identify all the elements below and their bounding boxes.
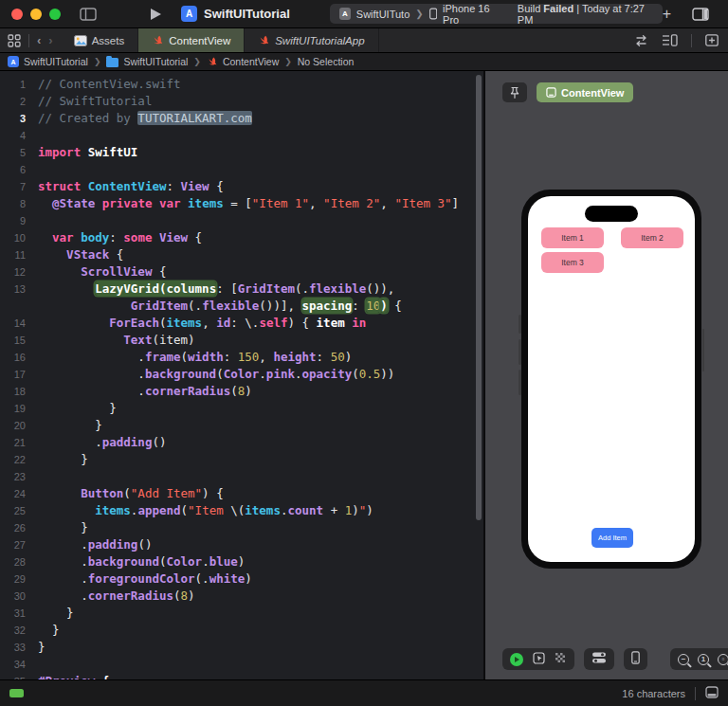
editor-layout-icon[interactable] — [705, 686, 719, 700]
preview-screen[interactable]: Item 1 Item 2 Item 3 Add Item — [528, 196, 695, 562]
preview-item-button[interactable]: Item 1 — [541, 227, 604, 248]
code-line[interactable]: 15 Text(item) — [0, 332, 483, 349]
code-line[interactable]: 10 var body: some View { — [0, 229, 483, 246]
code-line[interactable]: 11 VStack { — [0, 246, 483, 263]
line-number: 13 — [0, 281, 38, 298]
tab-overview-icon[interactable] — [8, 34, 21, 47]
selectable-preview-button[interactable] — [533, 651, 545, 668]
scheme-app-icon: A — [339, 8, 351, 20]
code-line[interactable]: 32 } — [0, 622, 483, 639]
code-line[interactable]: 4 — [0, 127, 483, 144]
back-button[interactable]: ‹ — [37, 33, 41, 47]
code-line[interactable]: 20 } — [0, 417, 483, 434]
code-line[interactable]: 6 — [0, 161, 483, 178]
code-line[interactable]: 31 } — [0, 605, 483, 622]
line-number: 17 — [0, 366, 38, 383]
code-line[interactable]: 33} — [0, 639, 483, 656]
breadcrumb-group[interactable]: SwiftUITutorial — [106, 56, 188, 67]
tab-assets[interactable]: Assets — [61, 28, 139, 52]
breadcrumb-project[interactable]: A SwiftUITutorial — [8, 56, 88, 67]
line-number: 15 — [0, 332, 38, 349]
zoom-100-button[interactable]: 1 — [698, 654, 709, 665]
code-line[interactable]: GridItem(.flexible())], spacing: 10) { — [0, 298, 483, 315]
chevron-right-icon: ❯ — [415, 9, 423, 19]
build-status[interactable]: Build Failed | Today at 7:27 PM — [518, 3, 653, 26]
code-line[interactable]: 2// SwiftTutorial — [0, 93, 483, 110]
line-number: 23 — [0, 468, 38, 485]
device-settings-button[interactable] — [592, 651, 607, 668]
editor-scrollbar[interactable] — [476, 75, 482, 520]
forward-button[interactable]: › — [48, 33, 52, 47]
tab-contentview[interactable]: ContentView — [138, 28, 245, 52]
preview-item-button[interactable]: Item 2 — [621, 227, 683, 248]
code-line[interactable]: 14 ForEach(items, id: \.self) { item in — [0, 315, 483, 332]
tab-swiftuitutorialapp[interactable]: SwiftUITutorialApp — [245, 28, 378, 52]
line-number: 12 — [0, 263, 38, 281]
code-line[interactable]: 35#Preview { — [0, 673, 483, 679]
code-line[interactable]: 16 .frame(width: 150, height: 50) — [0, 349, 483, 366]
code-line[interactable]: 29 .foregroundColor(.white) — [0, 570, 483, 588]
preview-item-button[interactable]: Item 3 — [541, 252, 604, 273]
line-number: 22 — [0, 451, 38, 468]
preview-name-pill[interactable]: ContentView — [537, 82, 633, 102]
close-window-button[interactable] — [11, 9, 23, 20]
code-editor[interactable]: 1// ContentView.swift2// SwiftTutorial3/… — [0, 71, 485, 679]
code-line[interactable]: 7struct ContentView: View { — [0, 178, 483, 195]
code-line[interactable]: 24 Button("Add Item") { — [0, 485, 483, 502]
add-editor-icon[interactable] — [705, 34, 719, 46]
new-tab-button[interactable]: + — [663, 7, 671, 22]
code-line[interactable]: 25 items.append("Item \(items.count + 1)… — [0, 502, 483, 519]
line-number: 2 — [0, 93, 38, 110]
code-line[interactable]: 18 .cornerRadius(8) — [0, 383, 483, 400]
toggle-inspector-icon[interactable] — [692, 8, 709, 21]
code-line[interactable]: 3// Created by TUTORIALKART.com — [0, 110, 483, 127]
preview-canvas: ContentView Item 1 Item 2 Item 3 Add Ite… — [485, 71, 728, 679]
code-line[interactable]: 19 } — [0, 400, 483, 417]
breadcrumb-selection[interactable]: No Selection — [298, 56, 355, 67]
zoom-fit-button[interactable]: ▫ — [718, 654, 728, 665]
editor-options-icon[interactable] — [662, 34, 678, 46]
breadcrumb-file[interactable]: ContentView — [207, 56, 279, 67]
live-preview-button[interactable] — [510, 653, 523, 666]
traffic-lights — [11, 9, 61, 20]
code-line[interactable]: 30 .cornerRadius(8) — [0, 588, 483, 605]
titlebar: A SwiftUITutorial A SwiftUITuto ❯ iPhone… — [0, 0, 728, 28]
line-number: 34 — [0, 656, 38, 673]
code-line[interactable]: 21 .padding() — [0, 434, 483, 451]
code-line[interactable]: 9 — [0, 212, 483, 229]
scheme-device[interactable]: iPhone 16 Pro — [443, 3, 504, 26]
line-number: 28 — [0, 553, 38, 570]
pin-preview-button[interactable] — [502, 82, 527, 102]
app-icon: A — [181, 6, 197, 22]
line-number: 7 — [0, 178, 38, 195]
code-line[interactable]: 28 .background(Color.blue) — [0, 553, 483, 570]
code-line[interactable]: 23 — [0, 468, 483, 485]
assets-icon — [74, 35, 87, 46]
line-number: 21 — [0, 434, 38, 451]
code-line[interactable]: 1// ContentView.swift — [0, 76, 483, 93]
toggle-navigator-icon[interactable] — [80, 8, 97, 21]
window-project: A SwiftUITutorial — [181, 6, 290, 22]
code-line[interactable]: 12 ScrollView { — [0, 263, 483, 281]
preview-add-item-button[interactable]: Add Item — [592, 528, 633, 548]
code-line[interactable]: 26 } — [0, 519, 483, 536]
device-picker-button[interactable] — [631, 651, 640, 668]
code-line[interactable]: 34 — [0, 656, 483, 673]
code-line[interactable]: 8 @State private var items = ["Item 1", … — [0, 195, 483, 212]
code-line[interactable]: 5import SwiftUI — [0, 144, 483, 161]
code-line[interactable]: 27 .padding() — [0, 536, 483, 553]
scheme-selector[interactable]: A SwiftUITuto ❯ iPhone 16 Pro Build Fail… — [330, 4, 663, 24]
zoom-out-button[interactable]: − — [678, 654, 689, 665]
line-number: 27 — [0, 536, 38, 553]
minimize-window-button[interactable] — [30, 9, 42, 20]
scheme-target[interactable]: SwiftUITuto — [356, 9, 410, 20]
run-button[interactable] — [150, 8, 162, 21]
swap-editor-icon[interactable] — [634, 35, 648, 46]
zoom-window-button[interactable] — [49, 9, 61, 20]
code-line[interactable]: 13 LazyVGrid(columns: [GridItem(.flexibl… — [0, 281, 483, 298]
status-indicator[interactable] — [9, 689, 24, 697]
variants-button[interactable] — [555, 651, 567, 668]
line-number: 9 — [0, 212, 38, 229]
code-line[interactable]: 22 } — [0, 451, 483, 468]
code-line[interactable]: 17 .background(Color.pink.opacity(0.5)) — [0, 366, 483, 383]
